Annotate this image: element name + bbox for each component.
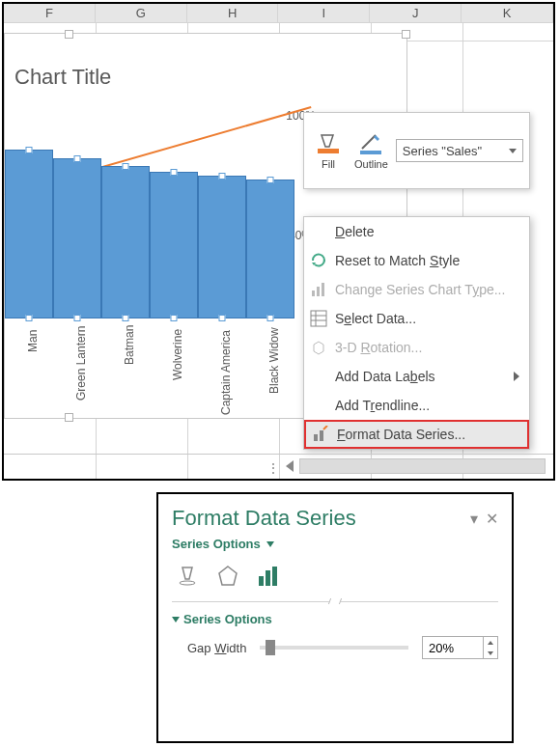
divider (172, 601, 498, 602)
chart-type-icon (310, 281, 327, 298)
svg-rect-3 (317, 287, 320, 296)
col-header[interactable]: H (187, 4, 279, 22)
horizontal-scrollbar[interactable] (299, 458, 546, 474)
panel-title: Format Data Series (172, 506, 356, 531)
series-options-label: Series Options (172, 537, 261, 551)
chart-title[interactable]: Chart Title (14, 65, 111, 90)
menu-format-data-series[interactable]: Format Data Series... (304, 420, 529, 449)
category-label: Man (26, 330, 40, 352)
section-label: Series Options (183, 612, 272, 626)
close-icon[interactable]: ✕ (486, 510, 498, 528)
svg-rect-10 (320, 430, 323, 441)
svg-rect-9 (314, 434, 318, 441)
outline-button[interactable]: Outline (349, 129, 394, 172)
series-options-dropdown[interactable]: Series Options (172, 537, 498, 551)
gap-width-value[interactable]: 20% (423, 641, 483, 655)
tab-menu-icon[interactable]: ⋮ (266, 460, 280, 476)
series-options-tab-icon[interactable] (257, 565, 280, 588)
col-header[interactable]: K (462, 4, 553, 22)
column-headers: F G H I J K (4, 4, 553, 23)
spinner-down-icon[interactable] (484, 648, 497, 658)
series-options-section[interactable]: Series Options (172, 612, 498, 626)
chevron-down-icon (509, 149, 517, 153)
format-series-icon (312, 426, 329, 443)
category-label: Captain America (219, 330, 233, 415)
category-label: Black Widow (267, 327, 281, 394)
category-label: Batman (123, 325, 136, 365)
category-label: Green Lantern (74, 326, 88, 401)
series-selector[interactable]: Series "Sales" (396, 139, 523, 162)
panel-icon-tabs (172, 565, 498, 588)
svg-rect-2 (312, 290, 315, 296)
excel-chart-screenshot: F G H I J K Chart Title 100% 40% (2, 2, 555, 481)
col-header[interactable]: I (278, 4, 370, 22)
svg-rect-0 (318, 149, 339, 153)
format-data-series-panel: Format Data Series ▾ ✕ Series Options Se… (156, 492, 514, 743)
chevron-down-icon (266, 541, 274, 547)
context-menu: Delete Reset to Match Style Change Serie… (303, 216, 530, 450)
select-data-icon (310, 310, 327, 327)
worksheet-tab-bar: ⋮ (4, 454, 553, 479)
plot-area (5, 103, 285, 359)
cube-icon (310, 339, 327, 356)
col-header[interactable]: F (4, 4, 96, 22)
gap-width-slider[interactable] (260, 646, 408, 650)
spinner-up-icon[interactable] (484, 637, 497, 648)
menu-select-data[interactable]: Select Data... (304, 304, 529, 333)
mini-toolbar: Fill Outline Series "Sales" (303, 112, 530, 189)
menu-reset-style[interactable]: Reset to Match Style (304, 246, 529, 275)
outline-label: Outline (354, 158, 388, 170)
menu-3d-rotation: 3-D Rotation... (304, 333, 529, 362)
outline-icon (358, 131, 383, 156)
effects-tab-icon[interactable] (216, 565, 239, 588)
menu-add-trendline[interactable]: Add Trendline... (304, 391, 529, 420)
svg-rect-15 (272, 567, 277, 586)
gap-width-control: Gap Width 20% (172, 636, 498, 659)
svg-point-11 (180, 581, 195, 585)
fill-icon (316, 131, 341, 156)
dropdown-icon[interactable]: ▾ (470, 510, 478, 528)
category-label: Wolverine (171, 329, 184, 380)
col-header[interactable]: J (370, 4, 462, 22)
menu-change-chart-type: Change Series Chart Type... (304, 275, 529, 304)
series-selector-value: Series "Sales" (403, 144, 482, 158)
svg-rect-1 (360, 151, 381, 154)
collapse-icon (172, 617, 180, 622)
gap-width-spinner[interactable]: 20% (422, 636, 498, 659)
gap-width-label: Gap Width (187, 641, 246, 655)
chevron-right-icon (514, 372, 519, 381)
svg-rect-4 (322, 283, 324, 296)
fill-label: Fill (322, 158, 335, 170)
reset-icon (310, 252, 327, 269)
svg-rect-13 (259, 576, 264, 586)
svg-rect-14 (266, 570, 270, 586)
fill-button[interactable]: Fill (310, 129, 347, 172)
scroll-left-icon[interactable] (286, 460, 294, 472)
svg-marker-12 (219, 567, 237, 585)
menu-add-data-labels[interactable]: Add Data Labels (304, 362, 529, 391)
fill-line-tab-icon[interactable] (176, 565, 199, 588)
svg-rect-5 (311, 311, 326, 326)
col-header[interactable]: G (96, 4, 187, 22)
menu-delete[interactable]: Delete (304, 217, 529, 246)
